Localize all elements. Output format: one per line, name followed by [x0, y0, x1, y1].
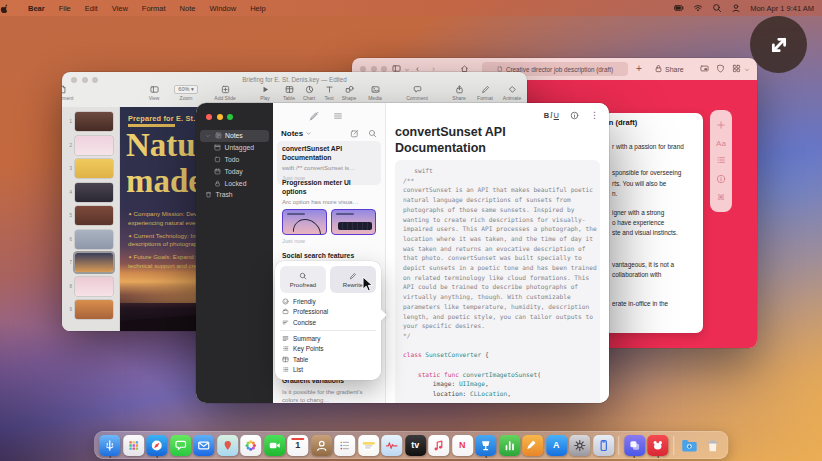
dock-app[interactable] — [624, 435, 645, 456]
slide-thumbnail[interactable] — [75, 300, 113, 319]
menu-item[interactable]: Bear — [21, 4, 52, 13]
dock-app[interactable] — [522, 435, 543, 456]
menu-item[interactable]: Format — [135, 4, 173, 13]
dock-app[interactable] — [381, 435, 402, 456]
privacy-shield-icon[interactable] — [716, 64, 725, 73]
toolbar-button[interactable]: 60% ▾ Zoom — [169, 85, 203, 101]
sidebar-item[interactable]: Untagged — [200, 142, 269, 154]
dock-app[interactable] — [593, 435, 614, 456]
menu-item[interactable]: Help — [243, 4, 272, 13]
palette-item[interactable] — [716, 120, 726, 132]
dock-app[interactable] — [99, 435, 120, 456]
expand-button[interactable] — [750, 16, 807, 73]
tableic-icon — [282, 356, 289, 363]
notes-list-header[interactable]: Notes — [281, 129, 312, 138]
dock-app[interactable] — [170, 435, 191, 456]
battery-icon[interactable] — [674, 3, 684, 13]
toolbar-button[interactable]: View — [137, 85, 171, 101]
popup-menu-item[interactable]: Professional — [280, 307, 376, 318]
toolbar-button[interactable]: Animate — [495, 85, 527, 101]
user-switch-icon[interactable] — [731, 3, 741, 13]
slide-thumbnail[interactable] — [75, 277, 113, 296]
toolbar-button[interactable]: Add Slide — [208, 85, 242, 101]
menu-item[interactable]: Note — [173, 4, 203, 13]
dock-app[interactable] — [358, 435, 379, 456]
dock-app[interactable]: N — [452, 435, 473, 456]
dock-app[interactable] — [569, 435, 590, 456]
menu-item[interactable]: View — [105, 4, 135, 13]
dock-app[interactable] — [123, 435, 144, 456]
dock-app[interactable]: tv — [405, 435, 426, 456]
share-button[interactable]: Share — [665, 65, 684, 75]
slide-thumbnail[interactable] — [75, 183, 113, 202]
code-block[interactable]: swift/**convertSunset is an API that mak… — [395, 160, 600, 403]
sidebar-item[interactable]: Trash — [200, 189, 269, 201]
text-style-button[interactable]: BIU — [544, 111, 559, 120]
slide-thumbnail[interactable] — [75, 230, 113, 249]
toolbar-button[interactable]: Document — [62, 85, 79, 101]
dock-app[interactable] — [146, 435, 167, 456]
dock-app[interactable] — [678, 435, 699, 456]
dock-app[interactable] — [311, 435, 332, 456]
popup-menu-item[interactable]: Summary — [280, 333, 376, 344]
toolbar-button[interactable]: Media — [358, 85, 392, 101]
dock-app[interactable] — [647, 435, 668, 456]
dock-app[interactable] — [240, 435, 261, 456]
tab-chevron-icon[interactable] — [744, 67, 750, 73]
slide-thumbnail[interactable] — [75, 253, 113, 272]
summary-icon — [282, 335, 289, 342]
info-icon[interactable] — [570, 111, 579, 120]
palette-item[interactable] — [716, 174, 726, 186]
palette-item[interactable] — [716, 155, 726, 167]
dock-app[interactable] — [193, 435, 214, 456]
more-options-icon[interactable]: ⋮ — [590, 111, 599, 120]
sketch-icon[interactable] — [309, 111, 319, 121]
popup-menu-item[interactable]: List — [280, 365, 376, 376]
spotlight-search-icon[interactable] — [712, 3, 722, 13]
note-title[interactable]: convertSunset API Documentation — [395, 125, 555, 156]
dock-app[interactable]: A — [546, 435, 567, 456]
slide-thumbnail[interactable] — [75, 159, 113, 178]
new-tab-button[interactable]: + — [636, 64, 642, 74]
sidebar-item[interactable]: Locked — [200, 177, 269, 189]
dock-app[interactable] — [475, 435, 496, 456]
slide-thumbnail[interactable] — [75, 206, 113, 225]
slide-thumbnail[interactable] — [75, 136, 113, 155]
popup-action-button[interactable]: Proofread — [280, 266, 326, 293]
picture-in-picture-icon[interactable] — [700, 64, 709, 73]
slide-thumbnail[interactable] — [75, 112, 113, 131]
popup-menu-item[interactable]: Friendly — [280, 296, 376, 307]
compose-icon[interactable] — [350, 129, 359, 138]
dock-app[interactable] — [499, 435, 520, 456]
tab-overview-icon[interactable] — [732, 64, 741, 73]
menu-bar-clock[interactable]: Mon Apr 1 9:41 AM — [750, 4, 814, 13]
wifi-icon[interactable] — [693, 3, 703, 13]
dock-app[interactable] — [673, 436, 674, 455]
window-controls[interactable] — [206, 114, 233, 120]
popup-menu-item[interactable]: Key Points — [280, 343, 376, 354]
note-card[interactable]: Gradient variations Is it possible for t… — [282, 377, 379, 403]
dock-app[interactable] — [264, 435, 285, 456]
palette-item[interactable]: Aa — [716, 139, 726, 148]
popup-menu-item[interactable]: Table — [280, 354, 376, 365]
sidebar-item[interactable]: Notes — [200, 130, 269, 142]
apple-menu-icon[interactable] — [0, 3, 10, 14]
search-icon[interactable] — [368, 129, 377, 138]
menu-item[interactable]: File — [52, 4, 78, 13]
dock-app[interactable] — [217, 435, 238, 456]
palette-item[interactable]: ⌘ — [717, 193, 725, 202]
dock-app[interactable] — [702, 435, 723, 456]
sidebar-item[interactable]: Todo — [200, 154, 269, 166]
menu-item[interactable]: Edit — [78, 4, 105, 13]
dock-app[interactable] — [618, 436, 619, 455]
dock-app[interactable]: 1 — [287, 435, 308, 456]
dock-app[interactable] — [334, 435, 355, 456]
note-card[interactable]: Progression meter UI options Arc option … — [277, 175, 381, 248]
sidebar-item[interactable]: Today — [200, 165, 269, 177]
panel-toggle-icon[interactable] — [333, 111, 343, 121]
popup-menu-item[interactable]: Concise — [280, 317, 376, 328]
toolbar-button[interactable]: Comment — [400, 85, 434, 101]
dock-app[interactable] — [428, 435, 449, 456]
menu-item[interactable]: Window — [202, 4, 243, 13]
note-card-title[interactable]: Social search features — [282, 252, 354, 259]
